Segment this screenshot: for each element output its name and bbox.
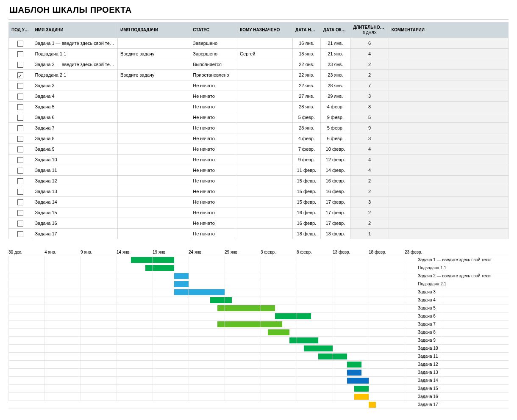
cell-task[interactable]: Задача 3 [32,80,118,91]
cell-sub[interactable]: Введите задачу [117,69,190,80]
cell-sub[interactable] [117,80,190,91]
risk-checkbox[interactable] [17,199,23,205]
cell-comments[interactable] [389,165,508,175]
cell-end[interactable]: 23 янв. [320,69,350,80]
cell-task[interactable]: Задача 14 [32,196,118,207]
cell-comments[interactable] [389,112,508,122]
cell-duration[interactable]: 2 [350,69,389,80]
cell-assigned[interactable] [237,144,293,154]
cell-comments[interactable] [389,133,508,144]
cell-comments[interactable] [389,69,508,80]
risk-checkbox[interactable] [17,41,23,47]
cell-comments[interactable] [389,186,508,196]
cell-end[interactable]: 17 февр. [320,218,350,228]
cell-start[interactable]: 15 февр. [293,175,321,186]
cell-end[interactable]: 10 февр. [320,144,350,154]
cell-status[interactable]: Завершено [190,48,237,59]
cell-assigned[interactable] [237,133,293,144]
cell-duration[interactable]: 4 [350,144,389,154]
risk-checkbox[interactable] [17,51,23,57]
cell-duration[interactable]: 1 [350,228,389,239]
cell-end[interactable]: 18 февр. [320,228,350,239]
cell-duration[interactable]: 5 [350,112,389,122]
cell-duration[interactable]: 2 [350,59,389,69]
cell-end[interactable]: 14 февр. [320,165,350,175]
cell-comments[interactable] [389,207,508,218]
cell-start[interactable]: 16 янв. [293,38,321,48]
cell-assigned[interactable] [237,80,293,91]
cell-duration[interactable]: 9 [350,122,389,133]
cell-assigned[interactable] [237,59,293,69]
cell-assigned[interactable]: Сергей [237,48,293,59]
cell-start[interactable]: 22 янв. [293,80,321,91]
cell-end[interactable]: 16 февр. [320,175,350,186]
cell-comments[interactable] [389,175,508,186]
cell-status[interactable]: Не начато [190,218,237,228]
risk-checkbox[interactable] [17,94,23,99]
cell-task[interactable]: Подзадача 1.1 [32,48,118,59]
cell-end[interactable]: 6 февр. [320,133,350,144]
cell-task[interactable]: Задача 4 [32,91,118,101]
cell-sub[interactable] [117,218,190,228]
cell-assigned[interactable] [237,38,293,48]
cell-task[interactable]: Задача 7 [32,122,118,133]
cell-duration[interactable]: 2 [350,175,389,186]
risk-checkbox[interactable] [17,157,23,163]
cell-sub[interactable] [117,165,190,175]
cell-task[interactable]: Задача 2 — введите здесь свой текст [32,59,118,69]
cell-start[interactable]: 18 янв. [293,48,321,59]
cell-assigned[interactable] [237,218,293,228]
cell-status[interactable]: Не начато [190,165,237,175]
cell-comments[interactable] [389,154,508,165]
risk-checkbox[interactable] [17,115,23,121]
cell-start[interactable]: 16 февр. [293,207,321,218]
cell-duration[interactable]: 2 [350,218,389,228]
cell-comments[interactable] [389,80,508,91]
cell-start[interactable]: 9 февр. [293,154,321,165]
risk-checkbox[interactable] [17,136,23,142]
cell-comments[interactable] [389,144,508,154]
cell-status[interactable]: Не начато [190,91,237,101]
cell-sub[interactable]: Введите задачу [117,48,190,59]
cell-start[interactable]: 7 февр. [293,144,321,154]
cell-end[interactable]: 16 февр. [320,186,350,196]
cell-comments[interactable] [389,196,508,207]
cell-status[interactable]: Выполняется [190,59,237,69]
cell-assigned[interactable] [237,91,293,101]
cell-end[interactable]: 28 янв. [320,80,350,91]
risk-checkbox[interactable] [17,221,23,227]
cell-start[interactable]: 27 янв. [293,91,321,101]
cell-status[interactable]: Не начато [190,112,237,122]
cell-start[interactable]: 22 янв. [293,59,321,69]
risk-checkbox[interactable] [17,72,23,78]
cell-status[interactable]: Не начато [190,175,237,186]
cell-task[interactable]: Подзадача 2.1 [32,69,118,80]
cell-sub[interactable] [117,101,190,112]
cell-task[interactable]: Задача 15 [32,207,118,218]
cell-duration[interactable]: 6 [350,38,389,48]
cell-assigned[interactable] [237,112,293,122]
cell-comments[interactable] [389,48,508,59]
cell-sub[interactable] [117,186,190,196]
risk-checkbox[interactable] [17,62,23,68]
cell-assigned[interactable] [237,69,293,80]
cell-assigned[interactable] [237,165,293,175]
cell-task[interactable]: Задача 9 [32,144,118,154]
cell-status[interactable]: Не начато [190,228,237,239]
cell-assigned[interactable] [237,154,293,165]
cell-end[interactable]: 4 февр. [320,101,350,112]
cell-start[interactable]: 28 янв. [293,101,321,112]
cell-duration[interactable]: 2 [350,186,389,196]
cell-end[interactable]: 21 янв. [320,48,350,59]
cell-end[interactable]: 29 янв. [320,91,350,101]
cell-comments[interactable] [389,218,508,228]
cell-task[interactable]: Задача 5 [32,101,118,112]
cell-comments[interactable] [389,59,508,69]
risk-checkbox[interactable] [17,189,23,195]
cell-task[interactable]: Задача 10 [32,154,118,165]
cell-assigned[interactable] [237,207,293,218]
cell-duration[interactable]: 4 [350,165,389,175]
cell-task[interactable]: Задача 6 [32,112,118,122]
cell-status[interactable]: Не начато [190,196,237,207]
cell-start[interactable]: 11 февр. [293,165,321,175]
